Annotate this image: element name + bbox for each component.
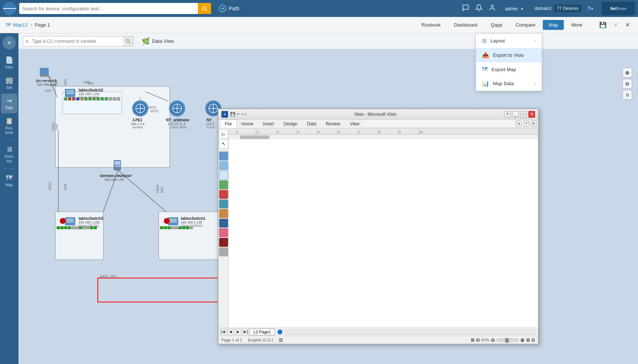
zoom-plus-btn[interactable]: ⊕	[520, 337, 525, 343]
tab-compare[interactable]: Compare	[510, 20, 541, 30]
tool-darkblue[interactable]	[219, 219, 228, 228]
tool-teal[interactable]	[219, 200, 228, 208]
search-input[interactable]	[19, 6, 198, 11]
win-maximize-button[interactable]: □	[520, 111, 527, 118]
svg-text:10/1: 10/1	[110, 274, 117, 278]
zoom-fit-btn[interactable]: ⊞	[471, 337, 475, 343]
share-button[interactable]: ⑂	[612, 20, 620, 30]
svg-rect-80	[64, 226, 67, 229]
tab-qapp[interactable]: Qapp	[485, 20, 508, 30]
svg-text:lablosSwitch1: lablosSwitch1	[181, 216, 206, 221]
ribbon-tab-view[interactable]: View	[345, 119, 364, 128]
ruler-mark-3: 3	[276, 128, 296, 134]
visio-ruler-top: 1 2 3 4 5 6 7 8 9 10	[229, 128, 538, 134]
user-section[interactable]: admin ▾	[502, 4, 525, 13]
zoom-minus-btn[interactable]: ⊖	[491, 337, 495, 343]
zoom-in-button[interactable]: ⊕	[623, 68, 632, 77]
tool-blue1[interactable]	[219, 152, 228, 160]
tab-runbook[interactable]: Runbook	[415, 20, 446, 30]
tool-green[interactable]	[219, 180, 228, 189]
tab-more[interactable]: More	[565, 20, 588, 30]
close-button[interactable]: ✕	[623, 20, 632, 30]
visio-statusbar: Page 1 of 1 English (U.S.) 🖼 ⊞ ⊟ 67% ⊖ ⊕…	[218, 336, 538, 344]
win-help-button[interactable]: ?	[504, 111, 511, 118]
zoom-fit2-btn[interactable]: ⊟	[531, 337, 535, 343]
visio-scrollbar-bottom[interactable]	[229, 134, 538, 139]
tab-dashboard[interactable]: Dashboard	[448, 20, 483, 30]
svg-text:NY_: NY_	[207, 118, 214, 122]
nav-last[interactable]: ►|	[242, 329, 249, 335]
sidebar-item-map[interactable]: 🗺 Map	[1, 171, 17, 190]
sidebar-item-files[interactable]: 📄 Files	[1, 53, 17, 73]
message-icon[interactable]	[462, 4, 469, 13]
tool-arrow[interactable]: ↖	[219, 139, 228, 148]
ribbon-tabs: File Home Insert Design Data Review View…	[218, 119, 538, 128]
second-bar: 🗺 Map12 > Page 1 Runbook Dashboard Qapp …	[0, 17, 638, 33]
ribbon-tab-data[interactable]: Data	[302, 119, 321, 128]
nav-first[interactable]: |◄	[220, 329, 227, 335]
tool-red[interactable]	[219, 190, 228, 199]
scroll-pages[interactable]	[285, 329, 535, 334]
ribbon-tab-design[interactable]: Design	[279, 119, 302, 128]
ribbon-help-btn[interactable]: ?	[523, 121, 529, 126]
zoom-actual-btn[interactable]: ⊞	[526, 337, 530, 343]
devices-badge: 77 Devices	[554, 5, 582, 12]
ribbon-tab-insert[interactable]: Insert	[258, 119, 279, 128]
sidebar-item-runbook[interactable]: 📋 Run- book	[1, 114, 17, 138]
svg-text:J-PE1: J-PE1	[132, 118, 142, 122]
breadcrumb-map-link[interactable]: Map12	[13, 22, 28, 28]
hamburger-menu[interactable]	[3, 2, 16, 15]
dropdown-map-data[interactable]: 📊 Map Data ›	[476, 76, 542, 91]
dropdown-export-map[interactable]: 🗺 Export Map	[476, 62, 542, 76]
domain-label: domain1	[535, 6, 552, 11]
data-view-button[interactable]: 🌿 Data View	[138, 36, 177, 47]
sidebar-divider-2	[4, 169, 15, 169]
ribbon-tab-review[interactable]: Review	[321, 119, 345, 128]
ribbon-close-btn[interactable]: ✕	[531, 121, 537, 126]
page-tab-l2[interactable]: L2 Page1	[249, 329, 275, 335]
fit-button[interactable]: ⊡	[623, 90, 632, 100]
svg-point-0	[203, 7, 206, 10]
top-navigation: Path admin ▾ domain1 77 Devices	[0, 0, 638, 17]
svg-rect-31	[40, 75, 49, 77]
tool-darkred[interactable]	[219, 238, 228, 247]
zoom-out-button[interactable]: ⊖	[623, 79, 632, 89]
tool-pink[interactable]	[219, 228, 228, 237]
tool-shapes[interactable]: ▷	[219, 130, 228, 139]
cli-search-button[interactable]	[123, 36, 133, 46]
save-button[interactable]: 💾	[597, 20, 609, 30]
ribbon-tab-file[interactable]: File	[220, 119, 237, 128]
map-canvas[interactable]: 10/7 10/4	[18, 49, 638, 364]
notification-icon[interactable]	[475, 4, 483, 13]
zoom-slider[interactable]	[497, 339, 519, 342]
svg-text:lablosSwitch2: lablosSwitch2	[79, 88, 103, 92]
ribbon-min-btn[interactable]: ∧	[516, 121, 522, 126]
zoom-page-btn[interactable]: ⊟	[476, 337, 480, 343]
zoom-level: 67%	[481, 338, 489, 342]
help-button[interactable]: ? ▾	[587, 6, 593, 11]
win-close-button[interactable]: ✕	[528, 111, 535, 118]
path-button[interactable]: Path	[214, 3, 244, 14]
sidebar-item-desktop[interactable]: 🖥 Desk- top	[1, 143, 17, 166]
dropdown-layout[interactable]: ⊞ Layout ›	[476, 34, 542, 48]
nav-next[interactable]: ►	[235, 329, 241, 335]
sidebar-add-button[interactable]: +	[3, 36, 16, 49]
tool-grey[interactable]	[219, 247, 228, 256]
cli-input[interactable]	[31, 39, 123, 44]
tool-active[interactable]	[219, 171, 228, 180]
sidebar-item-site[interactable]: 🏢 Site	[1, 73, 17, 93]
zoom-slider-thumb[interactable]	[505, 338, 509, 343]
left-sidebar: + 📄 Files 🏢 Site ⇒ Path 📋 Run- book 🖥 De…	[0, 33, 18, 364]
win-minimize-button[interactable]: _	[512, 111, 519, 118]
nav-prev[interactable]: ◄	[227, 329, 234, 335]
tool-blue2[interactable]	[219, 161, 228, 170]
ribbon-tab-home[interactable]: Home	[237, 119, 258, 128]
breadcrumb-page: Page 1	[35, 22, 50, 28]
dropdown-export-visio[interactable]: 📤 Export to Visio	[476, 48, 542, 62]
layout-chevron: ›	[534, 38, 536, 44]
tool-orange[interactable]	[219, 209, 228, 218]
sidebar-item-path[interactable]: ⇒ Path	[1, 94, 17, 113]
search-button[interactable]	[198, 3, 211, 14]
tab-map[interactable]: Map	[543, 20, 564, 30]
svg-text:10/7: 10/7	[45, 89, 52, 93]
